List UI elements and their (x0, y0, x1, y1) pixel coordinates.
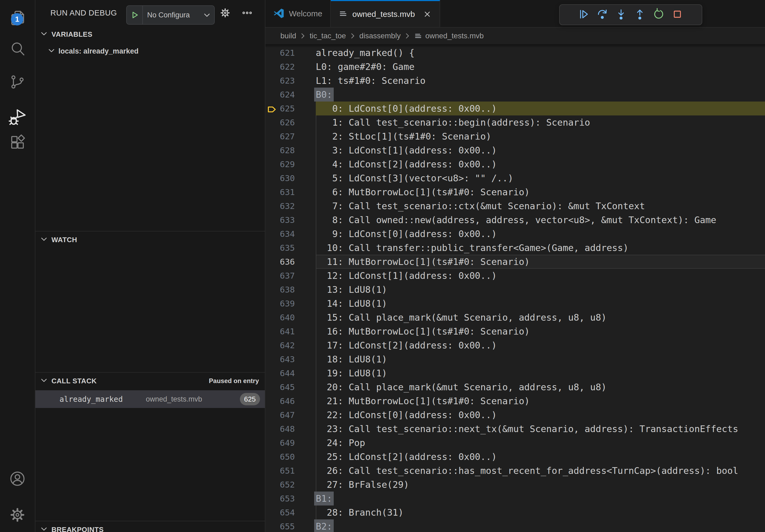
section-variables[interactable]: VARIABLES (35, 26, 265, 43)
call-stack-frame[interactable]: already_marked owned_tests.mvb 625 (35, 390, 265, 408)
breadcrumb-item[interactable]: owned_tests.mvb (425, 32, 484, 40)
restart-button[interactable] (649, 6, 668, 23)
code-line[interactable]: 623L1: ts#1#0: Scenario (265, 74, 765, 88)
line-number[interactable]: 650 (265, 450, 295, 464)
code-line[interactable]: 636 11: MutBorrowLoc[1](ts#1#0: Scenario… (265, 255, 765, 269)
line-number[interactable]: 647 (265, 408, 295, 422)
code-line[interactable]: 650 25: LdConst[2](address: 0x00..) (265, 450, 765, 464)
code-line[interactable]: 634 9: LdConst[0](address: 0x00..) (265, 227, 765, 241)
breadcrumb-item[interactable]: tic_tac_toe (310, 32, 346, 40)
code-line[interactable]: 635 10: Call transfer::public_transfer<G… (265, 241, 765, 255)
line-number[interactable]: 640 (265, 311, 295, 324)
line-number[interactable]: 636 (265, 255, 295, 269)
line-number[interactable]: 633 (265, 213, 295, 227)
code-line[interactable]: 642 17: LdConst[2](address: 0x00..) (265, 338, 765, 352)
settings-button[interactable] (9, 507, 26, 524)
close-icon[interactable] (423, 10, 431, 19)
line-number[interactable]: 634 (265, 227, 295, 241)
continue-button[interactable] (574, 6, 593, 23)
code-line[interactable]: 641 16: MutBorrowLoc[1](ts#1#0: Scenario… (265, 324, 765, 338)
code-line[interactable]: 637 12: LdConst[1](address: 0x00..) (265, 269, 765, 283)
code-line[interactable]: 651 26: Call test_scenario::has_most_rec… (265, 464, 765, 478)
line-number[interactable]: 632 (265, 199, 295, 213)
stop-button[interactable] (668, 6, 687, 23)
tab-owned-tests[interactable]: owned_tests.mvb (331, 0, 440, 27)
code-line[interactable]: 652 27: BrFalse(29) (265, 478, 765, 492)
line-number[interactable]: 655 (265, 519, 295, 532)
code-line[interactable]: 626 1: Call test_scenario::begin(address… (265, 116, 765, 130)
code-line[interactable]: 640 15: Call place_mark(&mut Scenario, a… (265, 311, 765, 324)
line-number[interactable]: 654 (265, 505, 295, 519)
variables-scope-locals[interactable]: locals: already_marked (35, 43, 265, 59)
code-line[interactable]: 630 5: LdConst[3](vector<u8>: "" /..) (265, 171, 765, 185)
line-number[interactable]: 649 (265, 436, 295, 450)
more-actions-button[interactable] (241, 7, 254, 20)
code-line[interactable]: 633 8: Call owned::new(address, address,… (265, 213, 765, 227)
section-breakpoints[interactable]: BREAKPOINTS (35, 521, 265, 532)
editor-group: Welcome owned_tests.mvb build tic_tac_to… (265, 0, 765, 532)
line-number[interactable]: 645 (265, 380, 295, 394)
code-line[interactable]: 632 7: Call test_scenario::ctx(&mut Scen… (265, 199, 765, 213)
code-line[interactable]: 638 13: LdU8(1) (265, 283, 765, 297)
line-number[interactable]: 622 (265, 60, 295, 74)
start-debugging-button[interactable] (127, 6, 143, 24)
line-number[interactable]: 623 (265, 74, 295, 88)
code-line[interactable]: 627 2: StLoc[1](ts#1#0: Scenario) (265, 130, 765, 143)
account-button[interactable] (9, 471, 26, 488)
section-watch[interactable]: WATCH (35, 231, 265, 248)
line-number[interactable]: 638 (265, 283, 295, 297)
code-editor[interactable]: 621already_marked() {622L0: game#2#0: Ga… (265, 44, 765, 532)
line-number[interactable]: 628 (265, 143, 295, 157)
code-line[interactable]: 654 28: Branch(31) (265, 505, 765, 519)
code-line[interactable]: 643 18: LdU8(1) (265, 352, 765, 366)
breadcrumb-item[interactable]: disassembly (360, 32, 401, 40)
debug-configuration-dropdown[interactable]: No Configura (126, 5, 215, 25)
line-number[interactable]: 631 (265, 185, 295, 199)
code-line[interactable]: 653B1: (265, 492, 765, 505)
sidebar-item-source-control[interactable] (9, 74, 26, 91)
code-line[interactable]: 628 3: LdConst[1](address: 0x00..) (265, 143, 765, 157)
section-call-stack[interactable]: CALL STACK Paused on entry (35, 372, 265, 389)
step-out-button[interactable] (630, 6, 649, 23)
code-line[interactable]: 624B0: (265, 88, 765, 102)
line-number[interactable]: 621 (265, 46, 295, 60)
sidebar-item-search[interactable] (9, 41, 26, 58)
line-number[interactable]: 643 (265, 352, 295, 366)
code-line[interactable]: 646 21: MutBorrowLoc[1](ts#1#0: Scenario… (265, 394, 765, 408)
code-line[interactable]: 647 22: LdConst[0](address: 0x00..) (265, 408, 765, 422)
code-line[interactable]: 631 6: MutBorrowLoc[1](ts#1#0: Scenario) (265, 185, 765, 199)
sidebar-item-run-and-debug[interactable] (9, 108, 26, 129)
line-number[interactable]: 646 (265, 394, 295, 408)
line-number[interactable]: 653 (265, 492, 295, 505)
code-line[interactable]: 649 24: Pop (265, 436, 765, 450)
line-number[interactable]: 635 (265, 241, 295, 255)
code-line[interactable]: 648 23: Call test_scenario::next_tx(&mut… (265, 422, 765, 436)
tab-welcome[interactable]: Welcome (265, 0, 331, 27)
line-number[interactable]: 648 (265, 422, 295, 436)
line-number[interactable]: 627 (265, 130, 295, 143)
line-number[interactable]: 630 (265, 171, 295, 185)
code-line[interactable]: 655B2: (265, 519, 765, 532)
line-number[interactable]: 644 (265, 366, 295, 380)
code-line[interactable]: 621already_marked() { (265, 46, 765, 60)
code-line[interactable]: 644 19: LdU8(1) (265, 366, 765, 380)
toolbar-drag-handle[interactable] (562, 6, 574, 23)
code-line[interactable]: 625 0: LdConst[0](address: 0x00..) (265, 102, 765, 116)
sidebar-item-extensions[interactable] (9, 134, 26, 151)
line-number[interactable]: 637 (265, 269, 295, 283)
code-line[interactable]: 639 14: LdU8(1) (265, 297, 765, 311)
line-number[interactable]: 639 (265, 297, 295, 311)
line-number[interactable]: 641 (265, 324, 295, 338)
step-over-button[interactable] (593, 6, 612, 23)
code-line[interactable]: 629 4: LdConst[2](address: 0x00..) (265, 157, 765, 171)
step-into-button[interactable] (612, 6, 630, 23)
line-number[interactable]: 624 (265, 88, 295, 102)
line-number[interactable]: 651 (265, 464, 295, 478)
breadcrumb-item[interactable]: build (280, 32, 296, 40)
line-number[interactable]: 629 (265, 157, 295, 171)
debug-settings-button[interactable] (219, 7, 232, 20)
code-line[interactable]: 622L0: game#2#0: Game (265, 60, 765, 74)
code-line[interactable]: 645 20: Call place_mark(&mut Scenario, a… (265, 380, 765, 394)
line-number[interactable]: 652 (265, 478, 295, 492)
line-number[interactable]: 642 (265, 338, 295, 352)
